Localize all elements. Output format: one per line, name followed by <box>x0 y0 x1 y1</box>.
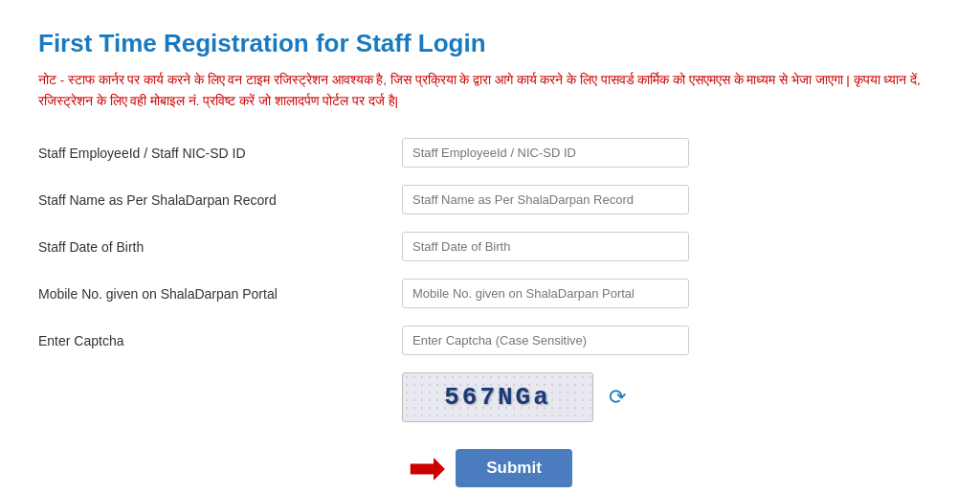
captcha-input[interactable] <box>402 326 689 355</box>
mobile-row: Mobile No. given on ShalaDarpan Portal <box>38 279 942 308</box>
employee-id-row: Staff EmployeeId / Staff NIC-SD ID <box>38 138 942 168</box>
notice-text: नोट - स्टाफ कार्नर पर कार्य करने के लिए … <box>38 70 942 111</box>
captcha-input-row: Enter Captcha <box>38 326 942 355</box>
staff-name-input[interactable] <box>402 185 689 214</box>
submit-button[interactable]: Submit <box>456 449 572 487</box>
mobile-input[interactable] <box>402 279 689 308</box>
employee-id-label: Staff EmployeeId / Staff NIC-SD ID <box>38 146 402 161</box>
registration-form: Staff EmployeeId / Staff NIC-SD ID Staff… <box>38 138 942 491</box>
dob-input[interactable] <box>402 232 689 261</box>
mobile-label: Mobile No. given on ShalaDarpan Portal <box>38 286 402 302</box>
page-title: First Time Registration for Staff Login <box>38 29 942 58</box>
dob-row: Staff Date of Birth <box>38 232 942 261</box>
staff-name-label: Staff Name as Per ShalaDarpan Record <box>38 192 402 208</box>
arrow-icon: ➡ <box>408 445 446 491</box>
staff-name-row: Staff Name as Per ShalaDarpan Record <box>38 185 942 214</box>
captcha-image: 567NGa <box>402 372 593 422</box>
captcha-image-row: 567NGa ⟳ <box>402 372 942 422</box>
dob-label: Staff Date of Birth <box>38 239 402 255</box>
captcha-label: Enter Captcha <box>38 333 402 348</box>
employee-id-input[interactable] <box>402 138 689 168</box>
captcha-value: 567NGa <box>444 383 551 412</box>
refresh-captcha-icon[interactable]: ⟳ <box>609 385 626 410</box>
submit-row: ➡ Submit <box>38 445 942 491</box>
